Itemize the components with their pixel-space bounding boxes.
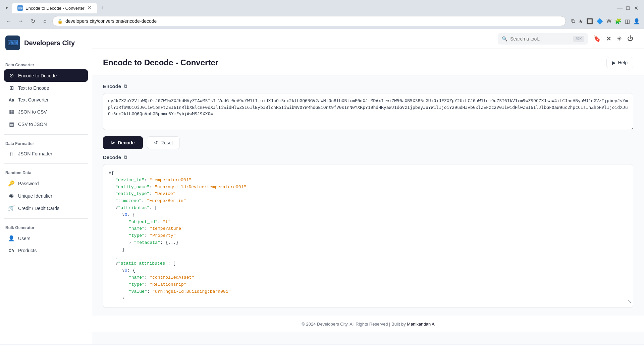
sidebar-item-password[interactable]: 🔑 Password xyxy=(4,177,88,190)
address-text: developers.city/conversions/encode-decod… xyxy=(65,18,561,24)
theme-icon[interactable]: ☀ xyxy=(616,35,622,43)
play-icon: ▶ xyxy=(612,60,616,65)
footer-author-link[interactable]: Manikandan A xyxy=(407,322,434,327)
sidebar-item-users[interactable]: 👤 Users xyxy=(4,232,88,245)
sidebar-item-label-text-encode: Text to Encode xyxy=(18,85,49,91)
logo-icon: ⌨ xyxy=(7,39,18,47)
sidebar-item-products[interactable]: 🛍 Products xyxy=(4,245,88,257)
decode-label: Decode ⧉ xyxy=(103,154,633,160)
window-close-button[interactable]: ✕ xyxy=(633,5,639,11)
text-converter-icon: Aa xyxy=(8,97,15,102)
main-content: Encode ⧉ eyJkZXZpY2VfaWQiOiJ0ZW1wZXJhdHV… xyxy=(92,75,644,344)
profile-icon[interactable]: 👤 xyxy=(633,18,640,24)
json-csv-icon: ▦ xyxy=(8,109,15,115)
sidebar-section-title-data-formatter: Data Formatter xyxy=(4,141,88,146)
collapse-metadata[interactable]: › xyxy=(129,240,131,245)
page-title: Encode to Decode - Converter xyxy=(103,58,218,67)
sidebar-section-data-converter: Data Converter ⊙ Encode to Decode ⊞ Text… xyxy=(0,57,92,133)
tab-close-button[interactable]: ✕ xyxy=(87,5,92,11)
sidebar-item-json-csv[interactable]: ▦ JSON to CSV xyxy=(4,106,88,118)
collapse-attributes[interactable]: ∨ xyxy=(115,205,118,210)
help-button[interactable]: ▶ Help xyxy=(606,57,633,68)
sidebar-section-random-data: Random Data 🔑 Password ◉ Unique Identifi… xyxy=(0,165,92,217)
sidebar-item-text-encode[interactable]: ⊞ Text to Encode xyxy=(4,82,88,94)
collapse-root[interactable]: ∨ xyxy=(109,170,111,176)
tab-title: Encode to Decode - Converter xyxy=(25,6,85,11)
extension1-icon[interactable]: 🔲 xyxy=(586,18,593,24)
sidebar-item-label-text-converter: Text Converter xyxy=(18,97,49,102)
csv-json-icon: ▤ xyxy=(8,121,15,127)
forward-button[interactable]: → xyxy=(16,16,25,26)
page-header: Encode to Decode - Converter ▶ Help xyxy=(92,49,644,75)
window-minimize-button[interactable]: — xyxy=(617,5,623,11)
reload-button[interactable]: ↻ xyxy=(28,16,38,26)
decode-icon: ⊳ xyxy=(111,140,115,145)
sidebar-item-encode-decode[interactable]: ⊙ Encode to Decode xyxy=(4,69,88,82)
divider-2 xyxy=(4,163,88,164)
sidebar-item-csv-json[interactable]: ▤ CSV to JSON xyxy=(4,118,88,130)
products-icon: 🛍 xyxy=(8,248,15,254)
json-formatter-icon: {} xyxy=(8,151,15,156)
extension3-icon[interactable]: W xyxy=(606,18,611,24)
collapse-attr-0[interactable]: ∨ xyxy=(122,212,125,217)
window-maximize-button[interactable]: □ xyxy=(625,5,631,11)
sidebar-item-label-users: Users xyxy=(18,236,31,241)
encode-copy-icon[interactable]: ⧉ xyxy=(124,83,127,89)
bookmark-icon[interactable]: ★ xyxy=(578,18,583,24)
password-icon: 🔑 xyxy=(8,180,15,187)
reset-button[interactable]: ↺ Reset xyxy=(147,136,180,149)
collapse-static-0[interactable]: ∨ xyxy=(122,268,125,273)
extensions-button[interactable]: 🧩 xyxy=(615,18,622,24)
unique-id-icon: ◉ xyxy=(8,193,15,199)
action-buttons: ⊳ Decode ↺ Reset xyxy=(103,136,633,149)
extensions-icon[interactable]: ⧉ xyxy=(571,18,575,24)
decode-output: ∨{ "device_id": "temperature001" "entity… xyxy=(103,164,633,308)
decode-copy-icon[interactable]: ⧉ xyxy=(124,154,127,160)
sidebar-section-title-random-data: Random Data xyxy=(4,170,88,175)
encode-decode-icon: ⊙ xyxy=(8,72,15,79)
address-bar[interactable]: 🔒 developers.city/conversions/encode-dec… xyxy=(52,16,566,26)
cards-icon: 🛒 xyxy=(8,205,15,211)
search-bar[interactable]: 🔍 ⌘K xyxy=(498,33,588,45)
back-button[interactable]: ← xyxy=(4,16,13,26)
encode-label: Encode ⧉ xyxy=(103,83,633,89)
sidebar-section-title-bulk-generator: Bulk Generator xyxy=(4,225,88,230)
divider-3 xyxy=(4,218,88,219)
text-encode-icon: ⊞ xyxy=(8,85,15,91)
sidebar-section-data-formatter: Data Formatter {} JSON Formatter xyxy=(0,136,92,162)
sidebar-item-cards[interactable]: 🛒 Credit / Debit Cards xyxy=(4,202,88,214)
decode-button[interactable]: ⊳ Decode xyxy=(103,136,143,149)
sidebar: ⌨ Developers City Data Converter ⊙ Encod… xyxy=(0,29,92,344)
sidebar-item-label-unique-id: Unique Identifier xyxy=(18,193,52,199)
collapse-static-end[interactable]: › xyxy=(122,296,125,301)
new-tab-button[interactable]: + xyxy=(98,3,108,13)
search-shortcut: ⌘K xyxy=(573,36,584,42)
sidebar-item-label-json-formatter: JSON Formatter xyxy=(18,151,52,156)
search-icon: 🔍 xyxy=(502,36,507,42)
power-icon[interactable]: ⏻ xyxy=(627,35,633,42)
sidebar-toggle[interactable]: ◫ xyxy=(625,18,630,24)
logo-box: ⌨ xyxy=(5,36,20,50)
search-input[interactable] xyxy=(510,36,571,42)
sidebar-section-title-data-converter: Data Converter xyxy=(4,63,88,67)
sidebar-item-label-csv-json: CSV to JSON xyxy=(18,122,47,127)
collapse-static-attributes[interactable]: ∨ xyxy=(115,261,118,266)
resize-handle[interactable]: ⤡ xyxy=(627,298,632,306)
footer: © 2024 Developers City, All Rights Reser… xyxy=(92,316,644,332)
sidebar-item-label-cards: Credit / Debit Cards xyxy=(18,206,59,211)
sidebar-item-label-encode-decode: Encode to Decode xyxy=(18,73,57,78)
browser-tab-dropdown[interactable]: ▾ xyxy=(3,4,11,12)
sidebar-item-unique-id[interactable]: ◉ Unique Identifier xyxy=(4,190,88,202)
site-header: 🔍 ⌘K 🔖 ✕ ☀ ⏻ xyxy=(92,29,644,49)
sidebar-item-label-password: Password xyxy=(18,181,39,186)
bookmark-header-icon[interactable]: 🔖 xyxy=(593,35,601,43)
sidebar-header: ⌨ Developers City xyxy=(0,29,92,57)
sidebar-item-text-converter[interactable]: Aa Text Converter xyxy=(4,94,88,106)
extension2-icon[interactable]: 🔷 xyxy=(596,18,603,24)
divider-1 xyxy=(4,134,88,135)
home-button[interactable]: ⌂ xyxy=(40,16,50,26)
encode-textarea[interactable]: eyJkZXZpY2VfaWQiOiJ0ZW1wZXJhdHVyZTAwMSIs… xyxy=(103,93,633,130)
twitter-icon[interactable]: ✕ xyxy=(606,35,611,43)
sidebar-section-bulk-generator: Bulk Generator 👤 Users 🛍 Products xyxy=(0,220,92,259)
sidebar-item-json-formatter[interactable]: {} JSON Formatter xyxy=(4,148,88,159)
